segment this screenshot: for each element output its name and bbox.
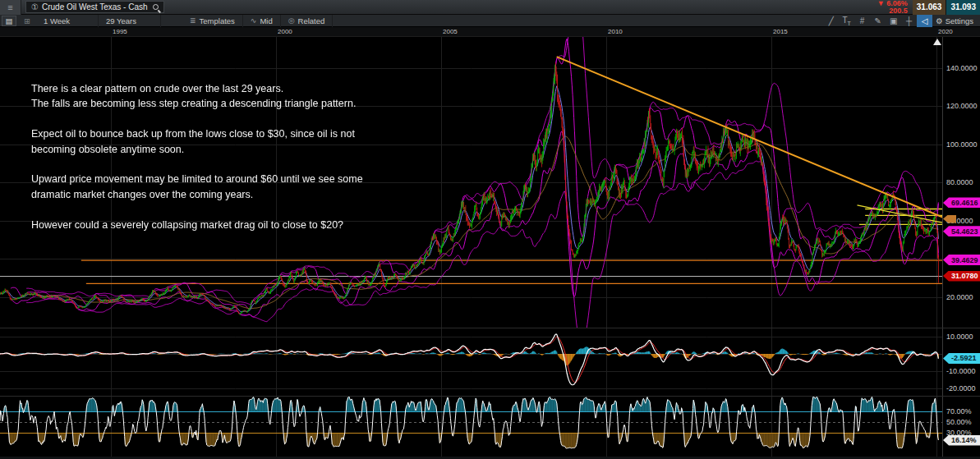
collapse-arrow-icon: ◁ — [922, 16, 928, 25]
list-icon: ▤ — [6, 16, 13, 25]
templates-button[interactable]: ≣Templates — [182, 15, 243, 27]
timeframe-label: 1 Week — [44, 16, 70, 25]
templates-label: Templates — [200, 16, 235, 25]
trend-line-icon: ╱ — [829, 16, 834, 25]
eye-icon: ◎ — [288, 16, 295, 25]
axis-tick-label: 140.0000 — [946, 64, 978, 72]
axis-tick-label: 100.0000 — [946, 140, 978, 149]
top-toolbar: ≡ ① Crude Oil West Texas - Cash ▼ 6.06% … — [0, 0, 980, 15]
down-arrow-icon: ▼ — [877, 0, 885, 7]
waveform-icon: ∿ — [251, 16, 257, 25]
axis-tick-label: -10.0000 — [946, 367, 976, 375]
menu-button[interactable]: ≡ — [0, 0, 21, 15]
ask-price-badge[interactable]: 31.093 — [946, 0, 980, 15]
layout-grid-button[interactable]: ⊞ — [20, 16, 35, 26]
related-button[interactable]: ◎Related — [281, 15, 334, 27]
range-dropdown[interactable]: 29 Years — [99, 15, 161, 27]
gear-icon: ⚙ — [936, 16, 943, 25]
pencil-icon: ✎ — [874, 16, 881, 25]
macd-value-badge: -2.5921 — [943, 353, 980, 364]
time-axis[interactable]: 199520002005201020152020 — [0, 27, 980, 37]
scroll-marker-icon — [933, 39, 941, 45]
chart-toolbar: ▤ ⊞ 1 Week 29 Years ≣Templates ∿Mid ◎Rel… — [0, 15, 980, 27]
axis-tick-label: 50.00% — [946, 418, 972, 426]
stochastic-value-badge: 16.14% — [943, 435, 980, 446]
trading-app-window: ≡ ① Crude Oil West Texas - Cash ▼ 6.06% … — [0, 0, 980, 459]
time-axis-label: 2005 — [443, 28, 458, 35]
layers-button[interactable]: ▣ — [886, 15, 901, 27]
time-axis-label: 1995 — [113, 28, 127, 35]
grid-tool-button[interactable]: # — [854, 15, 870, 27]
layers-icon: ▣ — [890, 16, 897, 25]
watchlist-button[interactable]: ▤ — [2, 16, 16, 26]
text-tool-icon: TT — [842, 16, 850, 26]
time-axis-label: 2010 — [608, 28, 623, 35]
draw-tool-button[interactable]: ✎ — [870, 15, 886, 27]
axis-tick-label: 10.0000 — [946, 333, 973, 341]
chart-number-icon: ① — [31, 2, 39, 11]
range-label: 29 Years — [106, 16, 136, 25]
axis-tick-label: 70.00% — [946, 407, 972, 415]
settings-button[interactable]: ⚙Settings — [932, 16, 980, 25]
chart-area: 199520002005201020152020 140.0000120.000… — [0, 27, 980, 459]
axis-tick-label: -20.0000 — [946, 384, 976, 392]
trend-tool-button[interactable]: ╱ — [823, 15, 839, 27]
chart-annotation-text: There is a clear pattern on crude over t… — [31, 81, 426, 232]
time-axis-label: 2020 — [938, 28, 953, 35]
grid-icon: ⊞ — [24, 16, 30, 25]
time-axis-label: 2000 — [278, 28, 292, 35]
instrument-search[interactable]: ① Crude Oil West Texas - Cash — [25, 1, 164, 13]
price-axis[interactable]: 140.0000120.0000100.000080.000060.000020… — [942, 37, 980, 457]
axis-tick-label: 80.0000 — [946, 178, 973, 186]
crosshair-button[interactable]: ┼ — [901, 15, 917, 27]
axis-tick-label: 20.0000 — [946, 293, 973, 301]
bollinger-value-badge: 39.4629 — [943, 255, 980, 265]
grid-tool-icon: # — [860, 16, 865, 25]
bollinger-value-badge: 54.4623 — [943, 226, 980, 236]
crosshair-icon: ┼ — [906, 16, 912, 25]
collapse-panel-button[interactable]: ◁ — [917, 15, 932, 27]
menu-icon: ≡ — [7, 2, 12, 12]
mid-label: Mid — [260, 16, 272, 25]
panel-divider[interactable] — [0, 328, 980, 328]
text-tool-button[interactable]: TT — [839, 15, 854, 27]
settings-label: Settings — [945, 16, 973, 25]
bollinger-value-badge: 69.4616 — [943, 197, 980, 208]
price-change-block: ▼ 6.06% 200.5 — [877, 0, 908, 15]
timeframe-dropdown[interactable]: 1 Week — [36, 15, 99, 27]
last-price-badge: 31.0780 — [943, 271, 980, 282]
axis-tick-label: 120.0000 — [946, 102, 978, 110]
mid-button[interactable]: ∿Mid — [243, 15, 281, 27]
related-label: Related — [298, 16, 325, 25]
search-icon — [153, 4, 159, 10]
panel-divider[interactable] — [0, 396, 980, 397]
time-axis-label: 2015 — [773, 28, 788, 35]
change-value: 200.5 — [889, 7, 908, 15]
instrument-name: Crude Oil West Texas - Cash — [42, 2, 148, 11]
templates-icon: ≣ — [190, 16, 196, 25]
bid-price-badge[interactable]: 31.063 — [913, 0, 947, 15]
